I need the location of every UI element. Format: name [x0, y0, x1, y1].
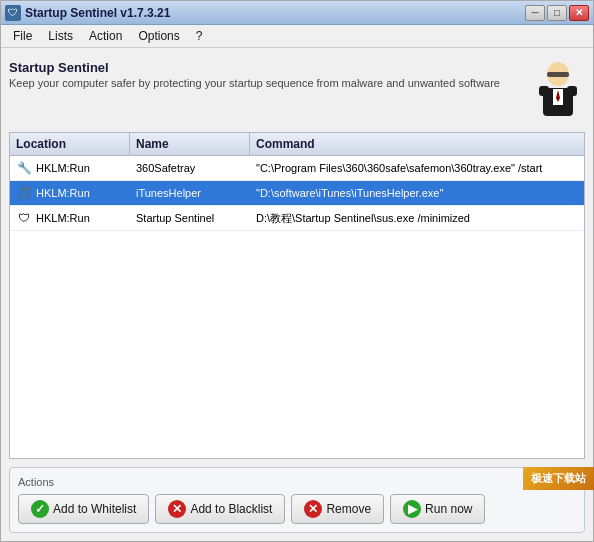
col-name: Name	[130, 133, 250, 155]
run-icon: ▶	[403, 500, 421, 518]
blacklist-button[interactable]: ✕Add to Blacklist	[155, 494, 285, 524]
row-icon: 🛡	[16, 210, 32, 226]
table-row[interactable]: 🔧HKLM:Run360Safetray"C:\Program Files\36…	[10, 156, 584, 181]
whitelist-icon: ✓	[31, 500, 49, 518]
remove-label: Remove	[326, 502, 371, 516]
watermark: 极速下载站	[523, 467, 594, 490]
svg-rect-6	[567, 86, 577, 96]
title-bar: 🛡 Startup Sentinel v1.7.3.21 ─ □ ✕	[1, 1, 593, 25]
cell-command: "C:\Program Files\360\360safe\safemon\36…	[250, 156, 584, 180]
header-section: Startup Sentinel Keep your computer safe…	[9, 56, 585, 124]
table-body: 🔧HKLM:Run360Safetray"C:\Program Files\36…	[10, 156, 584, 455]
table-header: Location Name Command	[10, 133, 584, 156]
table-row[interactable]: 🎵HKLM:RuniTunesHelper"D:\software\iTunes…	[10, 181, 584, 206]
svg-rect-5	[539, 86, 549, 96]
app-title: Startup Sentinel	[9, 60, 531, 75]
col-location: Location	[10, 133, 130, 155]
menu-bar: FileListsActionOptions?	[1, 25, 593, 48]
startup-table: Location Name Command 🔧HKLM:Run360Safetr…	[9, 132, 585, 459]
remove-button[interactable]: ✕Remove	[291, 494, 384, 524]
svg-rect-1	[547, 72, 569, 77]
app-window: 🛡 Startup Sentinel v1.7.3.21 ─ □ ✕ FileL…	[0, 0, 594, 542]
title-bar-left: 🛡 Startup Sentinel v1.7.3.21	[5, 5, 170, 21]
minimize-button[interactable]: ─	[525, 5, 545, 21]
cell-command: D:\教程\Startup Sentinel\sus.exe /minimize…	[250, 206, 584, 230]
run-button[interactable]: ▶Run now	[390, 494, 485, 524]
menu-item-options[interactable]: Options	[130, 27, 187, 45]
cell-location: 🎵HKLM:Run	[10, 181, 130, 205]
whitelist-label: Add to Whitelist	[53, 502, 136, 516]
blacklist-icon: ✕	[168, 500, 186, 518]
cell-name: 360Safetray	[130, 156, 250, 180]
cell-location: 🔧HKLM:Run	[10, 156, 130, 180]
cell-location: 🛡HKLM:Run	[10, 206, 130, 230]
app-icon: 🛡	[5, 5, 21, 21]
menu-item-?[interactable]: ?	[188, 27, 211, 45]
actions-buttons: ✓Add to Whitelist✕Add to Blacklist✕Remov…	[18, 494, 576, 524]
main-content: Startup Sentinel Keep your computer safe…	[1, 48, 593, 541]
cell-name: Startup Sentinel	[130, 206, 250, 230]
actions-label: Actions	[18, 476, 576, 488]
agent-avatar	[531, 60, 585, 120]
row-icon: 🎵	[16, 185, 32, 201]
menu-item-action[interactable]: Action	[81, 27, 130, 45]
header-text: Startup Sentinel Keep your computer safe…	[9, 60, 531, 89]
table-row[interactable]: 🛡HKLM:RunStartup SentinelD:\教程\Startup S…	[10, 206, 584, 231]
window-title: Startup Sentinel v1.7.3.21	[25, 6, 170, 20]
remove-icon: ✕	[304, 500, 322, 518]
menu-item-file[interactable]: File	[5, 27, 40, 45]
row-icon: 🔧	[16, 160, 32, 176]
whitelist-button[interactable]: ✓Add to Whitelist	[18, 494, 149, 524]
cell-command: "D:\software\iTunes\iTunesHelper.exe"	[250, 181, 584, 205]
window-controls: ─ □ ✕	[525, 5, 589, 21]
close-button[interactable]: ✕	[569, 5, 589, 21]
blacklist-label: Add to Blacklist	[190, 502, 272, 516]
col-command: Command	[250, 133, 584, 155]
maximize-button[interactable]: □	[547, 5, 567, 21]
cell-name: iTunesHelper	[130, 181, 250, 205]
run-label: Run now	[425, 502, 472, 516]
actions-section: Actions ✓Add to Whitelist✕Add to Blackli…	[9, 467, 585, 533]
agent-figure-svg	[531, 60, 585, 120]
app-subtitle: Keep your computer safer by protecting y…	[9, 77, 531, 89]
menu-item-lists[interactable]: Lists	[40, 27, 81, 45]
